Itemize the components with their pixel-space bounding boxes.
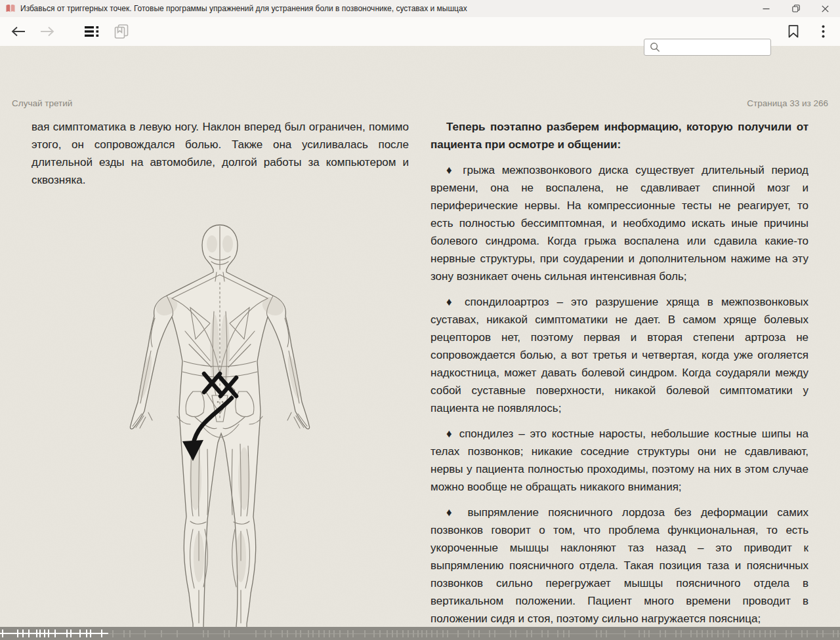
progress-tick xyxy=(255,630,257,637)
progress-tick xyxy=(413,630,414,637)
progress-tick xyxy=(690,630,692,637)
anatomy-back-view xyxy=(112,216,328,627)
progress-tick xyxy=(417,630,419,637)
progress-tick xyxy=(696,630,698,637)
body-silhouette xyxy=(130,225,309,627)
window-title: Избавься от триггерных точек. Готовые пр… xyxy=(20,4,467,13)
back-arrow-icon xyxy=(11,26,26,37)
progress-tick xyxy=(17,630,18,637)
page-header: Случай третий Страница 33 из 266 xyxy=(12,98,828,110)
progress-tick xyxy=(90,630,91,637)
progress-tick xyxy=(70,630,72,637)
close-icon xyxy=(822,5,829,12)
bullet-paragraph: ♦ грыжа межпозвонкового диска существует… xyxy=(430,161,808,285)
menu-button[interactable] xyxy=(814,17,832,46)
search-box xyxy=(644,39,771,56)
restore-button[interactable] xyxy=(781,0,810,17)
progress-tick xyxy=(295,630,297,637)
progress-tick xyxy=(177,630,178,637)
minimize-icon xyxy=(763,5,770,12)
left-column: вая симптоматика в левую ногу. Наклон вп… xyxy=(32,118,409,197)
search-icon xyxy=(650,42,660,52)
bookmark-icon xyxy=(788,25,799,38)
progress-tick xyxy=(228,630,230,637)
back-button[interactable] xyxy=(9,17,28,46)
progress-tick xyxy=(44,630,45,637)
progress-tick xyxy=(837,630,839,637)
progress-tick xyxy=(224,630,225,637)
ebook-reader-window: Избавься от триггерных точек. Готовые пр… xyxy=(0,0,840,640)
progress-tick xyxy=(373,630,375,637)
progress-tick xyxy=(318,630,320,637)
progress-tick xyxy=(717,630,719,637)
progress-tick xyxy=(396,630,398,637)
progress-tick xyxy=(526,630,528,637)
progress-tick xyxy=(596,630,597,637)
progress-tick xyxy=(2,630,3,637)
progress-tick xyxy=(347,630,348,637)
saved-pages-icon xyxy=(114,24,129,39)
progress-tick xyxy=(333,630,335,637)
search-input[interactable] xyxy=(664,40,782,54)
progress-tick xyxy=(264,630,266,637)
progress-tick xyxy=(749,630,750,637)
progress-tick xyxy=(531,630,532,637)
forward-button[interactable] xyxy=(38,17,56,46)
window-titlebar[interactable]: Избавься от триггерных точек. Готовые пр… xyxy=(0,0,840,17)
progress-tick xyxy=(801,630,803,637)
progress-tick xyxy=(207,630,209,637)
progress-track-line xyxy=(0,633,840,634)
progress-tick xyxy=(770,630,771,637)
bullet-paragraph: ♦ спондилоартроз – это разрушение хряща … xyxy=(430,293,808,417)
contents-button[interactable] xyxy=(83,17,101,46)
progress-tick xyxy=(786,630,787,637)
anatomy-figure xyxy=(112,216,328,627)
progress-tick xyxy=(675,630,677,637)
progress-tick xyxy=(723,630,724,637)
progress-tick xyxy=(478,630,480,637)
close-button[interactable] xyxy=(810,0,840,17)
progress-tick xyxy=(681,630,682,637)
progress-tick xyxy=(744,630,745,637)
progress-tick xyxy=(660,630,661,637)
progress-tick xyxy=(822,630,824,637)
progress-tick xyxy=(665,630,666,637)
bookmark-button[interactable] xyxy=(784,17,803,46)
progress-tick xyxy=(66,630,68,637)
progress-tick xyxy=(144,630,146,637)
progress-tick xyxy=(54,630,56,637)
progress-tick xyxy=(282,630,283,637)
progress-tick xyxy=(426,630,427,637)
progress-tick xyxy=(28,630,30,637)
progress-tick xyxy=(759,630,761,637)
progress-tick xyxy=(79,630,81,637)
progress-tick xyxy=(339,630,341,637)
bullet-paragraph: ♦ выпрямление поясничного лордоза без де… xyxy=(430,504,808,627)
progress-tick xyxy=(436,630,438,637)
minimize-button[interactable] xyxy=(751,0,781,17)
progress-tick xyxy=(702,630,703,637)
progress-tick xyxy=(312,630,314,637)
saved-pages-button[interactable] xyxy=(112,17,131,46)
progress-tick xyxy=(329,630,330,637)
progress-tick xyxy=(600,630,602,637)
bullet-paragraph: ♦ спондилез – это костные наросты, небол… xyxy=(430,425,808,496)
progress-tick xyxy=(352,630,354,637)
progress-tick xyxy=(816,630,818,637)
progress-tick xyxy=(707,630,708,637)
progress-tick xyxy=(774,630,776,637)
progress-tick xyxy=(833,630,834,637)
progress-tick xyxy=(494,630,495,637)
progress-tick xyxy=(765,630,766,637)
progress-tick xyxy=(308,630,309,637)
progress-tick xyxy=(287,630,288,637)
progress-ruler[interactable] xyxy=(0,627,840,640)
progress-tick xyxy=(563,630,564,637)
progress-tick xyxy=(711,630,713,637)
progress-tick xyxy=(515,630,516,637)
progress-tick xyxy=(624,630,625,637)
progress-tick xyxy=(161,630,162,637)
progress-tick xyxy=(203,630,204,637)
progress-tick xyxy=(39,630,41,637)
progress-tick xyxy=(547,630,549,637)
